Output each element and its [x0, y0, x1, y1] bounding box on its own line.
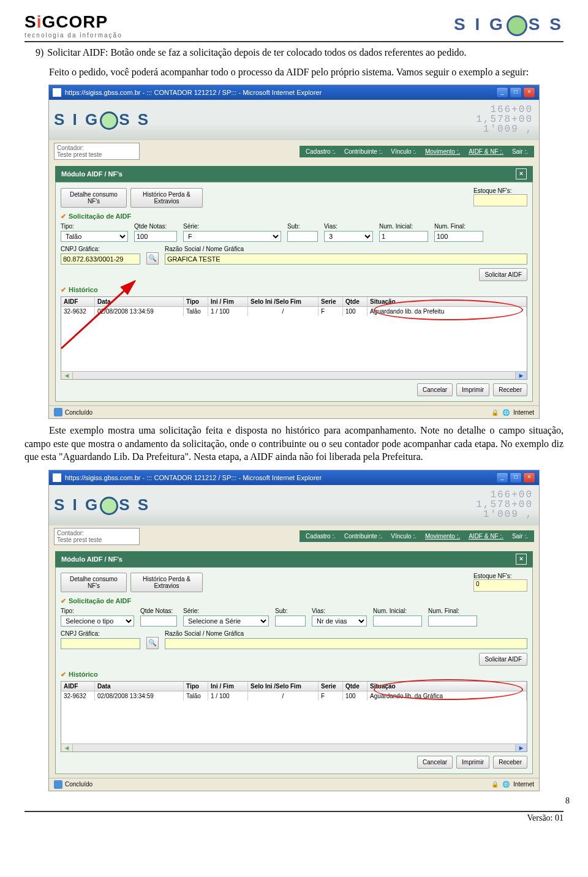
h-scrollbar[interactable]: ◄►	[61, 743, 527, 751]
detalhe-consumo-button[interactable]: Detalhe consumo NF's	[61, 188, 127, 208]
footer-version: Versão: 01	[24, 811, 564, 823]
num-final-input[interactable]	[434, 231, 483, 242]
search-cnpj-button[interactable]: 🔍	[146, 252, 159, 265]
receber-button[interactable]: Receber	[493, 383, 527, 396]
maximize-button[interactable]: □	[510, 472, 522, 483]
menu-contribuinte[interactable]: Contribuinte :.	[344, 533, 382, 540]
h-scrollbar[interactable]: ◄►	[61, 371, 527, 379]
receber-button[interactable]: Receber	[493, 756, 527, 769]
menu-vinculo[interactable]: Vínculo :.	[391, 148, 417, 155]
num-final-input[interactable]	[428, 615, 477, 627]
estoque-label: Estoque NF's:	[473, 187, 527, 208]
sigcorp-logo: SiGCORP tecnologia da informação	[24, 12, 123, 39]
annotation-arrow	[55, 275, 178, 355]
qtde-input[interactable]	[134, 231, 177, 242]
razao-input[interactable]	[165, 638, 527, 649]
num-inicial-input[interactable]	[379, 231, 428, 242]
menu-movimento[interactable]: Movimento :.	[425, 533, 460, 540]
solicitar-aidf-button[interactable]: Solicitar AIDF	[479, 268, 527, 281]
window-title: https://sigiss.gbss.com.br - ::: CONTADO…	[65, 474, 322, 481]
sub-input[interactable]	[287, 231, 318, 242]
menu-aidf[interactable]: AIDF & NF :.	[469, 148, 503, 155]
app-banner: S I GS S 166+00 1,578+00 1'009 ,	[49, 100, 539, 140]
screenshot-2: https://sigiss.gbss.com.br - ::: CONTADO…	[48, 470, 540, 791]
menu-cadastro[interactable]: Cadastro :.	[306, 148, 336, 155]
window-titlebar: https://sigiss.gbss.com.br - ::: CONTADO…	[49, 470, 539, 485]
close-button[interactable]: ×	[523, 472, 535, 483]
solicitar-aidf-button[interactable]: Solicitar AIDF	[479, 653, 527, 666]
vias-select[interactable]: Nr de vias	[312, 615, 367, 627]
main-menu: Cadastro :. Contribuinte :. Vínculo :. M…	[300, 146, 534, 157]
estoque-label: Estoque NF's:0	[473, 573, 527, 592]
module-close-icon[interactable]: ×	[516, 554, 527, 565]
minimize-button[interactable]: _	[496, 472, 508, 483]
paragraph-3: Este exemplo mostra uma solicitação feit…	[24, 424, 564, 464]
menu-contribuinte[interactable]: Contribuinte :.	[344, 148, 382, 155]
cnpj-input[interactable]	[61, 638, 140, 649]
user-box: Contador:Teste prest teste	[54, 528, 140, 545]
cnpj-input[interactable]	[61, 254, 140, 265]
section-historico: Histórico	[61, 671, 527, 679]
ie-icon	[53, 473, 61, 482]
detalhe-consumo-button[interactable]: Detalhe consumo NF's	[61, 573, 127, 592]
cancelar-button[interactable]: Cancelar	[417, 383, 453, 396]
annotation-circle	[374, 299, 523, 320]
annotation-circle	[374, 679, 523, 700]
section-solicitacao: Solicitação de AIDF	[61, 597, 527, 605]
user-box: Contador:Teste prest teste	[54, 143, 140, 160]
banner-numbers: 166+00 1,578+00 1'009 ,	[476, 105, 533, 134]
serie-select[interactable]: Selecione a Série	[183, 615, 269, 627]
svg-line-0	[61, 281, 135, 348]
menu-sair[interactable]: Sair :.	[512, 533, 528, 540]
paragraph-1: 9)Solicitar AIDF: Botão onde se faz a so…	[24, 46, 564, 59]
app-banner: S I GS S 166+00 1,578+00 1'009 ,	[49, 485, 539, 525]
module-close-icon[interactable]: ×	[516, 168, 527, 179]
section-solicitacao: Solicitação de AIDF	[61, 213, 527, 220]
serie-select[interactable]: F	[183, 231, 281, 242]
sub-input[interactable]	[275, 615, 306, 627]
page-header: SiGCORP tecnologia da informação S I GS …	[24, 12, 564, 42]
menu-cadastro[interactable]: Cadastro :.	[306, 533, 336, 540]
num-inicial-input[interactable]	[373, 615, 422, 627]
banner-numbers: 166+00 1,578+00 1'009 ,	[476, 490, 533, 519]
module-bar: Módulo AIDF / NF's ×	[55, 166, 533, 182]
main-menu: Cadastro :. Contribuinte :. Vínculo :. M…	[300, 530, 534, 542]
window-title: https://sigiss.gbss.com.br - ::: CONTADO…	[65, 89, 322, 96]
imprimir-button[interactable]: Imprimir	[456, 383, 489, 396]
menu-movimento[interactable]: Movimento :.	[425, 148, 460, 155]
search-cnpj-button[interactable]: 🔍	[146, 637, 159, 649]
ie-status-icon	[54, 408, 62, 416]
lock-icon: 🔒	[491, 409, 499, 416]
ie-status-icon	[54, 780, 62, 789]
qtde-input[interactable]	[140, 615, 177, 627]
imprimir-button[interactable]: Imprimir	[456, 756, 489, 769]
cancelar-button[interactable]: Cancelar	[417, 756, 453, 769]
historico-perda-button[interactable]: Histórico Perda & Extravios	[130, 573, 203, 592]
historico-table: AIDFDataTipoIni / FimSelo Ini /Selo FimS…	[61, 681, 527, 752]
minimize-button[interactable]: _	[496, 87, 508, 98]
maximize-button[interactable]: □	[510, 87, 522, 98]
status-bar: Concluído 🔒🌐Internet	[49, 778, 539, 791]
vias-select[interactable]: 3	[324, 231, 373, 242]
menu-aidf[interactable]: AIDF & NF :.	[469, 533, 503, 540]
menu-sair[interactable]: Sair :.	[512, 148, 528, 155]
tipo-select[interactable]: Selecione o tipo	[61, 615, 134, 627]
razao-input[interactable]	[165, 254, 527, 265]
status-bar: Concluído 🔒🌐Internet	[49, 405, 539, 418]
screenshot-1: https://sigiss.gbss.com.br - ::: CONTADO…	[48, 85, 540, 419]
module-bar: Módulo AIDF / NF's ×	[55, 551, 533, 567]
tipo-select[interactable]: Talão	[61, 231, 128, 242]
ie-icon	[53, 88, 61, 97]
close-button[interactable]: ×	[523, 87, 535, 98]
window-titlebar: https://sigiss.gbss.com.br - ::: CONTADO…	[49, 85, 539, 100]
page-number: 8	[24, 796, 570, 806]
lock-icon: 🔒	[491, 781, 499, 788]
paragraph-2: Feito o pedido, você poderá acompanhar t…	[24, 66, 564, 79]
menu-vinculo[interactable]: Vínculo :.	[391, 533, 417, 540]
sigiss-logo: S I GS S	[454, 15, 564, 36]
historico-perda-button[interactable]: Histórico Perda & Extravios	[130, 188, 203, 208]
